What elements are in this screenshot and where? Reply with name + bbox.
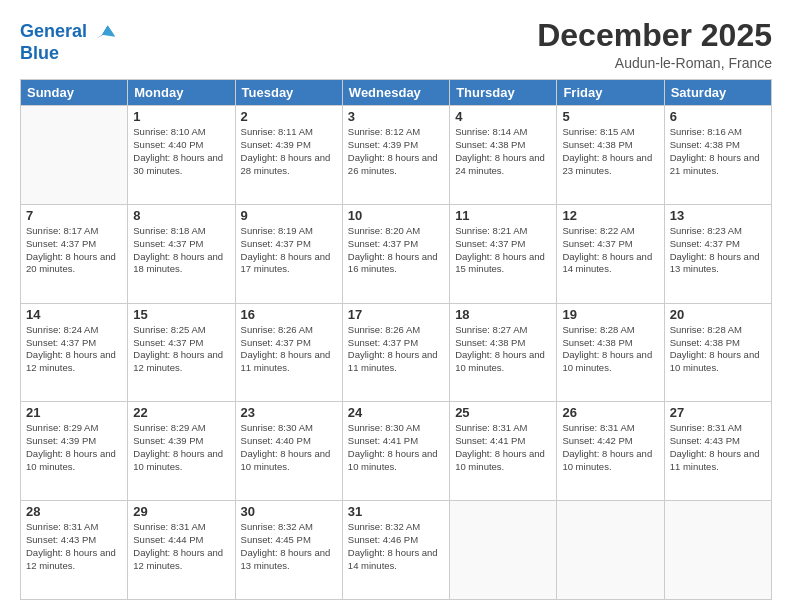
table-cell: 12Sunrise: 8:22 AMSunset: 4:37 PMDayligh… (557, 204, 664, 303)
day-detail: Sunrise: 8:17 AMSunset: 4:37 PMDaylight:… (26, 225, 122, 276)
table-cell: 14Sunrise: 8:24 AMSunset: 4:37 PMDayligh… (21, 303, 128, 402)
svg-marker-1 (102, 25, 115, 36)
table-cell: 6Sunrise: 8:16 AMSunset: 4:38 PMDaylight… (664, 106, 771, 205)
day-detail: Sunrise: 8:31 AMSunset: 4:43 PMDaylight:… (670, 422, 766, 473)
table-cell: 31Sunrise: 8:32 AMSunset: 4:46 PMDayligh… (342, 501, 449, 600)
table-cell: 25Sunrise: 8:31 AMSunset: 4:41 PMDayligh… (450, 402, 557, 501)
day-detail: Sunrise: 8:32 AMSunset: 4:46 PMDaylight:… (348, 521, 444, 572)
col-thursday: Thursday (450, 80, 557, 106)
table-cell: 17Sunrise: 8:26 AMSunset: 4:37 PMDayligh… (342, 303, 449, 402)
table-cell: 16Sunrise: 8:26 AMSunset: 4:37 PMDayligh… (235, 303, 342, 402)
day-detail: Sunrise: 8:15 AMSunset: 4:38 PMDaylight:… (562, 126, 658, 177)
table-cell: 23Sunrise: 8:30 AMSunset: 4:40 PMDayligh… (235, 402, 342, 501)
day-detail: Sunrise: 8:31 AMSunset: 4:41 PMDaylight:… (455, 422, 551, 473)
day-number: 5 (562, 109, 658, 124)
table-cell: 5Sunrise: 8:15 AMSunset: 4:38 PMDaylight… (557, 106, 664, 205)
table-cell: 19Sunrise: 8:28 AMSunset: 4:38 PMDayligh… (557, 303, 664, 402)
day-detail: Sunrise: 8:28 AMSunset: 4:38 PMDaylight:… (562, 324, 658, 375)
logo-blue: Blue (20, 44, 117, 62)
table-cell: 26Sunrise: 8:31 AMSunset: 4:42 PMDayligh… (557, 402, 664, 501)
day-detail: Sunrise: 8:18 AMSunset: 4:37 PMDaylight:… (133, 225, 229, 276)
calendar: Sunday Monday Tuesday Wednesday Thursday… (20, 79, 772, 600)
table-cell (450, 501, 557, 600)
day-detail: Sunrise: 8:23 AMSunset: 4:37 PMDaylight:… (670, 225, 766, 276)
day-number: 20 (670, 307, 766, 322)
week-row-2: 7Sunrise: 8:17 AMSunset: 4:37 PMDaylight… (21, 204, 772, 303)
day-detail: Sunrise: 8:19 AMSunset: 4:37 PMDaylight:… (241, 225, 337, 276)
table-cell: 21Sunrise: 8:29 AMSunset: 4:39 PMDayligh… (21, 402, 128, 501)
col-saturday: Saturday (664, 80, 771, 106)
day-detail: Sunrise: 8:29 AMSunset: 4:39 PMDaylight:… (26, 422, 122, 473)
day-detail: Sunrise: 8:31 AMSunset: 4:42 PMDaylight:… (562, 422, 658, 473)
day-number: 27 (670, 405, 766, 420)
day-number: 7 (26, 208, 122, 223)
table-cell: 8Sunrise: 8:18 AMSunset: 4:37 PMDaylight… (128, 204, 235, 303)
title-block: December 2025 Audun-le-Roman, France (537, 18, 772, 71)
day-detail: Sunrise: 8:11 AMSunset: 4:39 PMDaylight:… (241, 126, 337, 177)
location-subtitle: Audun-le-Roman, France (537, 55, 772, 71)
day-number: 28 (26, 504, 122, 519)
day-number: 2 (241, 109, 337, 124)
day-number: 11 (455, 208, 551, 223)
week-row-1: 1Sunrise: 8:10 AMSunset: 4:40 PMDaylight… (21, 106, 772, 205)
table-cell: 24Sunrise: 8:30 AMSunset: 4:41 PMDayligh… (342, 402, 449, 501)
day-number: 15 (133, 307, 229, 322)
logo-icon (89, 18, 117, 46)
day-detail: Sunrise: 8:29 AMSunset: 4:39 PMDaylight:… (133, 422, 229, 473)
day-number: 9 (241, 208, 337, 223)
day-number: 13 (670, 208, 766, 223)
col-friday: Friday (557, 80, 664, 106)
day-number: 6 (670, 109, 766, 124)
day-detail: Sunrise: 8:27 AMSunset: 4:38 PMDaylight:… (455, 324, 551, 375)
day-number: 8 (133, 208, 229, 223)
table-cell (664, 501, 771, 600)
day-detail: Sunrise: 8:16 AMSunset: 4:38 PMDaylight:… (670, 126, 766, 177)
day-detail: Sunrise: 8:32 AMSunset: 4:45 PMDaylight:… (241, 521, 337, 572)
table-cell: 22Sunrise: 8:29 AMSunset: 4:39 PMDayligh… (128, 402, 235, 501)
day-number: 4 (455, 109, 551, 124)
day-number: 17 (348, 307, 444, 322)
table-cell: 18Sunrise: 8:27 AMSunset: 4:38 PMDayligh… (450, 303, 557, 402)
table-cell: 9Sunrise: 8:19 AMSunset: 4:37 PMDaylight… (235, 204, 342, 303)
day-number: 29 (133, 504, 229, 519)
day-detail: Sunrise: 8:24 AMSunset: 4:37 PMDaylight:… (26, 324, 122, 375)
day-number: 30 (241, 504, 337, 519)
col-wednesday: Wednesday (342, 80, 449, 106)
header: General Blue December 2025 Audun-le-Roma… (20, 18, 772, 71)
header-row: Sunday Monday Tuesday Wednesday Thursday… (21, 80, 772, 106)
day-detail: Sunrise: 8:25 AMSunset: 4:37 PMDaylight:… (133, 324, 229, 375)
col-sunday: Sunday (21, 80, 128, 106)
day-number: 24 (348, 405, 444, 420)
day-number: 22 (133, 405, 229, 420)
table-cell: 2Sunrise: 8:11 AMSunset: 4:39 PMDaylight… (235, 106, 342, 205)
week-row-5: 28Sunrise: 8:31 AMSunset: 4:43 PMDayligh… (21, 501, 772, 600)
day-number: 3 (348, 109, 444, 124)
table-cell (557, 501, 664, 600)
day-number: 10 (348, 208, 444, 223)
day-detail: Sunrise: 8:30 AMSunset: 4:40 PMDaylight:… (241, 422, 337, 473)
logo: General Blue (20, 18, 117, 62)
day-number: 19 (562, 307, 658, 322)
table-cell: 7Sunrise: 8:17 AMSunset: 4:37 PMDaylight… (21, 204, 128, 303)
month-title: December 2025 (537, 18, 772, 53)
table-cell: 27Sunrise: 8:31 AMSunset: 4:43 PMDayligh… (664, 402, 771, 501)
table-cell: 13Sunrise: 8:23 AMSunset: 4:37 PMDayligh… (664, 204, 771, 303)
logo-text: General (20, 22, 87, 42)
day-detail: Sunrise: 8:10 AMSunset: 4:40 PMDaylight:… (133, 126, 229, 177)
table-cell (21, 106, 128, 205)
table-cell: 30Sunrise: 8:32 AMSunset: 4:45 PMDayligh… (235, 501, 342, 600)
day-number: 23 (241, 405, 337, 420)
day-detail: Sunrise: 8:22 AMSunset: 4:37 PMDaylight:… (562, 225, 658, 276)
day-detail: Sunrise: 8:21 AMSunset: 4:37 PMDaylight:… (455, 225, 551, 276)
page: General Blue December 2025 Audun-le-Roma… (0, 0, 792, 612)
day-detail: Sunrise: 8:30 AMSunset: 4:41 PMDaylight:… (348, 422, 444, 473)
day-detail: Sunrise: 8:20 AMSunset: 4:37 PMDaylight:… (348, 225, 444, 276)
day-detail: Sunrise: 8:12 AMSunset: 4:39 PMDaylight:… (348, 126, 444, 177)
table-cell: 20Sunrise: 8:28 AMSunset: 4:38 PMDayligh… (664, 303, 771, 402)
table-cell: 4Sunrise: 8:14 AMSunset: 4:38 PMDaylight… (450, 106, 557, 205)
table-cell: 11Sunrise: 8:21 AMSunset: 4:37 PMDayligh… (450, 204, 557, 303)
col-monday: Monday (128, 80, 235, 106)
table-cell: 1Sunrise: 8:10 AMSunset: 4:40 PMDaylight… (128, 106, 235, 205)
day-number: 26 (562, 405, 658, 420)
table-cell: 10Sunrise: 8:20 AMSunset: 4:37 PMDayligh… (342, 204, 449, 303)
